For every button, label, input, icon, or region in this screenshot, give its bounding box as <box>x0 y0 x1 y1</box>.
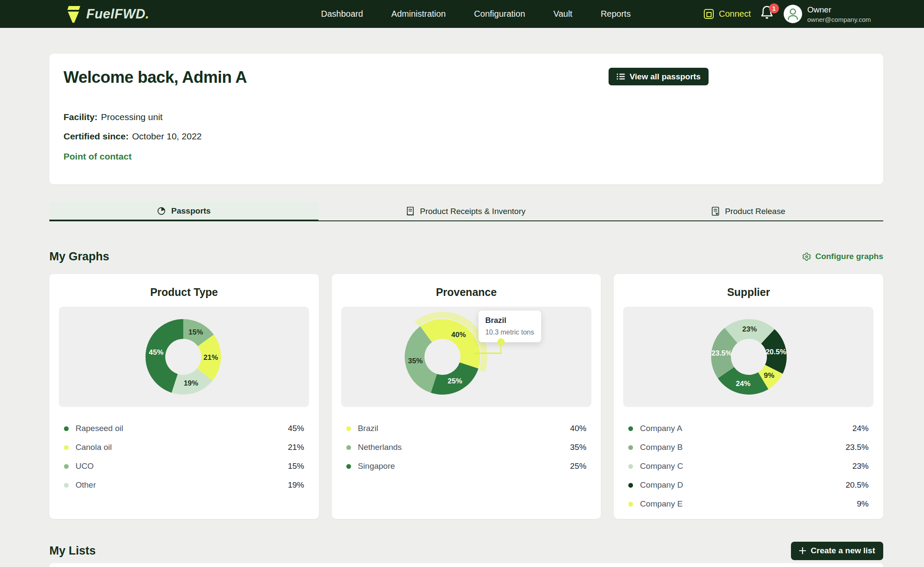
chart-legend: Company A24%Company B23.5%Company C23%Co… <box>628 419 869 513</box>
legend-value: 9% <box>857 499 869 509</box>
facility-row: Facility:Processing unit <box>64 112 163 122</box>
slice-value-label: 19% <box>184 379 198 387</box>
certified-value: October 10, 2022 <box>132 131 202 141</box>
tab-product-release[interactable]: Product Release <box>614 202 883 221</box>
create-new-list-button[interactable]: Create a new list <box>791 542 883 560</box>
legend-row-company-c[interactable]: Company C23% <box>628 457 869 476</box>
configure-graphs-label: Configure graphs <box>815 252 883 261</box>
receipt-icon <box>406 207 414 216</box>
chart-panel: 23%20.5%9%24%23.5% <box>623 307 873 407</box>
legend-label: Company B <box>640 443 682 452</box>
legend-row-other[interactable]: Other19% <box>64 476 304 495</box>
graphs-header: My Graphs Configure graphs <box>49 248 883 265</box>
donut-chart-provenance[interactable]: 40%25%35% <box>341 307 591 407</box>
configure-graphs-button[interactable]: Configure graphs <box>802 252 883 261</box>
legend-dot <box>346 464 351 469</box>
graph-card-supplier: Supplier23%20.5%9%24%23.5%Company A24%Co… <box>614 274 883 519</box>
legend-row-netherlands[interactable]: Netherlands35% <box>346 438 587 457</box>
legend-dot <box>64 445 69 450</box>
legend-label: Company A <box>640 424 682 433</box>
document-icon <box>712 207 719 216</box>
nav-item-administration[interactable]: Administration <box>391 9 446 19</box>
legend-row-brazil[interactable]: Brazil40% <box>346 419 587 438</box>
view-all-passports-button[interactable]: View all passports <box>609 68 709 85</box>
legend-dot <box>64 426 69 431</box>
legend-label: Singapore <box>358 461 395 471</box>
legend-row-rapeseed-oil[interactable]: Rapeseed oil45% <box>64 419 304 438</box>
donut-chart-supplier[interactable]: 23%20.5%9%24%23.5% <box>623 307 873 407</box>
legend-value: 21% <box>288 443 304 452</box>
nav-item-configuration[interactable]: Configuration <box>474 9 525 19</box>
legend-row-company-e[interactable]: Company E9% <box>628 495 869 513</box>
brand-name: FuelFWD. <box>86 6 149 22</box>
graphs-row: Product Type15%21%19%45%Rapeseed oil45%C… <box>49 274 883 519</box>
chart-legend: Brazil40%Netherlands35%Singapore25% <box>346 419 587 476</box>
nav-item-reports[interactable]: Reports <box>601 9 631 19</box>
slice-value-label: 20.5% <box>766 348 786 356</box>
chart-legend: Rapeseed oil45%Canola oil21%UCO15%Other1… <box>64 419 304 495</box>
legend-value: 15% <box>288 461 304 471</box>
tab-product-receipts-inventory[interactable]: Product Receipts & Inventory <box>318 202 614 221</box>
legend-dot <box>628 464 633 469</box>
legend-value: 24% <box>852 424 869 433</box>
legend-label: Netherlands <box>358 443 402 452</box>
tab-product-receipts-label: Product Receipts & Inventory <box>420 207 525 216</box>
create-new-list-label: Create a new list <box>811 546 875 555</box>
legend-row-company-b[interactable]: Company B23.5% <box>628 438 869 457</box>
legend-label: Company D <box>640 480 683 490</box>
connect-icon <box>704 9 714 19</box>
main-nav: Dashboard Administration Configuration V… <box>321 0 631 28</box>
tab-passports[interactable]: Passports <box>49 202 318 221</box>
list-icon <box>617 73 625 80</box>
legend-label: Rapeseed oil <box>76 424 123 433</box>
fuelfwd-logo-icon <box>65 5 81 23</box>
brand-logo[interactable]: FuelFWD. <box>65 0 149 28</box>
slice-value-label: 24% <box>736 380 751 388</box>
legend-dot <box>64 483 69 488</box>
slice-value-label: 45% <box>149 348 164 356</box>
tooltip-connector <box>474 353 502 354</box>
pie-chart-icon <box>157 207 166 215</box>
my-lists-header: My Lists Create a new list <box>49 540 883 562</box>
chart-panel: 15%21%19%45% <box>59 307 309 407</box>
legend-label: UCO <box>76 461 94 471</box>
facility-value: Processing unit <box>101 112 163 122</box>
tab-product-release-label: Product Release <box>725 207 785 216</box>
nav-item-dashboard[interactable]: Dashboard <box>321 9 363 19</box>
legend-dot <box>346 445 351 450</box>
certified-row: Certified since:October 10, 2022 <box>64 131 202 142</box>
graph-card-product-type: Product Type15%21%19%45%Rapeseed oil45%C… <box>49 274 319 519</box>
legend-dot <box>628 483 633 488</box>
slice-value-label: 35% <box>408 357 422 365</box>
chart-panel: 40%25%35% <box>341 307 591 407</box>
notifications-button[interactable]: 1 <box>760 5 779 23</box>
legend-row-company-a[interactable]: Company A24% <box>628 419 869 438</box>
connect-button[interactable]: Connect <box>704 0 751 28</box>
my-graphs-title: My Graphs <box>49 250 109 263</box>
my-lists-card-edge <box>49 563 883 567</box>
chart-title: Supplier <box>614 286 883 299</box>
point-of-contact-link[interactable]: Point of contact <box>64 151 132 162</box>
donut-chart-product-type[interactable]: 15%21%19%45% <box>59 307 309 407</box>
user-menu[interactable]: Owner owner@company.com <box>784 5 871 23</box>
legend-row-singapore[interactable]: Singapore25% <box>346 457 587 476</box>
slice-value-label: 9% <box>764 371 775 380</box>
legend-label: Company E <box>640 499 682 509</box>
legend-value: 20.5% <box>845 480 869 490</box>
legend-value: 19% <box>288 480 304 490</box>
chart-tooltip: Brazil10.3 metric tons <box>479 311 541 342</box>
legend-dot <box>628 445 633 450</box>
legend-row-canola-oil[interactable]: Canola oil21% <box>64 438 304 457</box>
legend-row-uco[interactable]: UCO15% <box>64 457 304 476</box>
tooltip-value: 10.3 metric tons <box>485 329 534 336</box>
legend-value: 40% <box>570 424 586 433</box>
legend-label: Other <box>76 480 96 490</box>
chart-title: Product Type <box>49 286 319 299</box>
plus-icon <box>799 547 806 554</box>
legend-value: 23% <box>852 461 869 471</box>
legend-row-company-d[interactable]: Company D20.5% <box>628 476 869 495</box>
legend-label: Company C <box>640 461 683 471</box>
tooltip-title: Brazil <box>485 316 534 325</box>
user-info: Owner owner@company.com <box>807 5 871 23</box>
nav-item-vault[interactable]: Vault <box>554 9 573 19</box>
